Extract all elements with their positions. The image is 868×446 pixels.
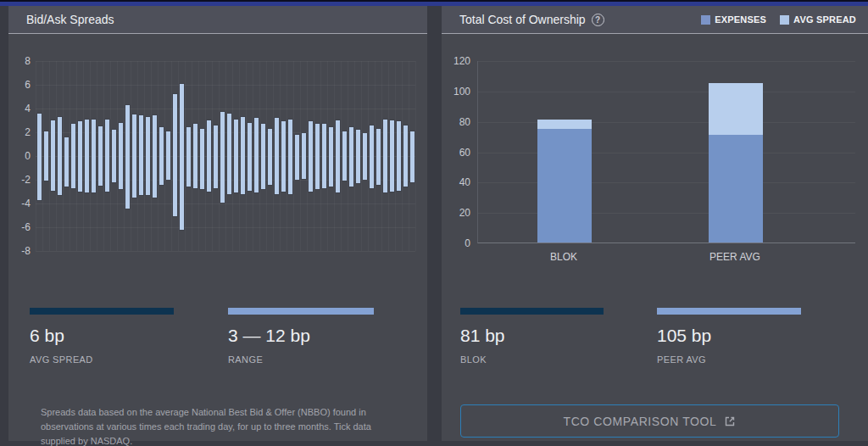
y-axis-label: 20 bbox=[445, 207, 470, 219]
spread-bar bbox=[112, 130, 116, 182]
spread-bar bbox=[349, 127, 353, 187]
tco-plot bbox=[477, 61, 855, 243]
spread-bar bbox=[105, 120, 109, 192]
spread-bar bbox=[125, 105, 130, 209]
gridline bbox=[478, 153, 855, 153]
y-axis-label: -6 bbox=[8, 221, 31, 233]
legend-item-avg-spread: AVG SPREAD bbox=[780, 14, 856, 25]
spread-bar bbox=[261, 124, 265, 189]
stat-underline bbox=[657, 308, 801, 315]
tco-stats: 81 bp BLOK 105 bp PEER AVG bbox=[460, 308, 801, 365]
y-axis-label: 60 bbox=[445, 147, 470, 159]
spread-bar bbox=[234, 120, 238, 193]
spread-bar bbox=[71, 124, 75, 188]
stat-value: 105 bp bbox=[657, 326, 801, 346]
panel-title: Bid/Ask Spreads bbox=[26, 13, 114, 26]
spread-bar bbox=[356, 130, 360, 183]
spread-bar bbox=[376, 129, 381, 185]
y-axis-label: 40 bbox=[445, 176, 470, 188]
gridline bbox=[478, 92, 855, 92]
y-axis-label: -2 bbox=[8, 174, 31, 186]
x-axis-label: PEER AVG bbox=[684, 251, 786, 263]
spread-bar bbox=[288, 120, 292, 194]
gridline bbox=[478, 61, 855, 62]
gridline bbox=[478, 122, 855, 123]
spread-bar bbox=[85, 120, 89, 193]
spread-bar bbox=[139, 115, 143, 195]
tco-header: Total Cost of Ownership ? EXPENSES AVG S… bbox=[442, 6, 868, 34]
spread-bar bbox=[78, 121, 82, 192]
stat-label: AVG SPREAD bbox=[30, 354, 174, 365]
spread-bar bbox=[37, 114, 42, 200]
tco-legend: EXPENSES AVG SPREAD bbox=[701, 14, 856, 25]
spread-bar bbox=[153, 115, 157, 198]
x-axis-label: BLOK bbox=[513, 251, 615, 263]
spread-bar bbox=[98, 126, 103, 186]
tco-comparison-tool-button[interactable]: TCO COMPARISON TOOL bbox=[460, 404, 839, 438]
spread-bar bbox=[383, 120, 387, 193]
spread-bar bbox=[180, 84, 184, 230]
gridline bbox=[36, 251, 415, 252]
spread-bar bbox=[309, 121, 313, 192]
avg-spread-swatch-icon bbox=[780, 15, 789, 25]
tco-chart: 020406080100120 BLOKPEER AVG bbox=[442, 40, 868, 277]
spread-bar bbox=[214, 125, 218, 188]
spreads-chart: 86420-2-4-6-8 bbox=[8, 40, 427, 277]
spreads-stats: 6 bp AVG SPREAD 3 — 12 bp RANGE bbox=[30, 308, 374, 365]
spread-bar bbox=[146, 117, 150, 195]
spread-bar bbox=[132, 114, 136, 198]
y-axis-label: 100 bbox=[445, 86, 470, 98]
gridline bbox=[478, 182, 855, 183]
spread-bar bbox=[173, 94, 177, 216]
spread-bar bbox=[51, 120, 55, 191]
y-axis-label: 0 bbox=[8, 150, 31, 162]
y-axis-label: -8 bbox=[8, 245, 31, 257]
spread-bar bbox=[186, 127, 191, 187]
help-icon[interactable]: ? bbox=[592, 14, 604, 26]
spread-bar bbox=[254, 118, 259, 192]
stat-value: 3 — 12 bp bbox=[228, 326, 374, 346]
stat-underline bbox=[460, 308, 604, 315]
tco-panel: Total Cost of Ownership ? EXPENSES AVG S… bbox=[442, 6, 868, 441]
spread-bar bbox=[403, 125, 408, 187]
external-link-icon bbox=[724, 415, 736, 427]
top-accent-strip bbox=[0, 0, 868, 6]
y-axis-label: 80 bbox=[445, 116, 470, 128]
peer-avg-stat: 105 bp PEER AVG bbox=[657, 308, 801, 365]
legend-label: EXPENSES bbox=[715, 14, 766, 25]
tco-bar-segment bbox=[537, 129, 592, 243]
bid-ask-spreads-header: Bid/Ask Spreads bbox=[8, 6, 427, 34]
tco-bar-segment bbox=[537, 120, 592, 129]
spread-bar bbox=[58, 117, 62, 195]
expenses-swatch-icon bbox=[701, 15, 710, 25]
spread-bar bbox=[322, 124, 326, 188]
stat-underline bbox=[228, 308, 374, 315]
gridline bbox=[478, 213, 855, 214]
y-axis-label: 4 bbox=[8, 103, 31, 114]
spread-bar bbox=[200, 129, 204, 189]
y-axis-label: -4 bbox=[8, 198, 31, 209]
stat-underline bbox=[30, 308, 174, 315]
spread-bar bbox=[390, 120, 394, 192]
legend-label: AVG SPREAD bbox=[793, 14, 856, 25]
spread-bar bbox=[193, 124, 198, 188]
spread-bar bbox=[268, 129, 272, 185]
spread-bar bbox=[44, 131, 48, 181]
spread-bar bbox=[207, 120, 211, 192]
spread-bar bbox=[119, 123, 123, 189]
spread-bar bbox=[336, 120, 340, 192]
panel-title: Total Cost of Ownership bbox=[459, 13, 586, 26]
spread-bar bbox=[248, 123, 252, 191]
spread-bar bbox=[220, 112, 225, 202]
y-axis-label: 6 bbox=[8, 79, 31, 91]
avg-spread-stat: 6 bp AVG SPREAD bbox=[30, 308, 174, 365]
spreads-disclaimer: Spreads data based on the average Nation… bbox=[41, 405, 403, 446]
spread-bar bbox=[302, 133, 306, 178]
spread-bar bbox=[92, 120, 96, 193]
spread-bar bbox=[241, 117, 245, 194]
spreads-plot bbox=[36, 61, 415, 251]
gridline bbox=[415, 61, 416, 251]
tco-button-label: TCO COMPARISON TOOL bbox=[564, 415, 717, 428]
y-axis-label: 2 bbox=[8, 126, 31, 138]
tco-bar-segment bbox=[709, 135, 763, 243]
